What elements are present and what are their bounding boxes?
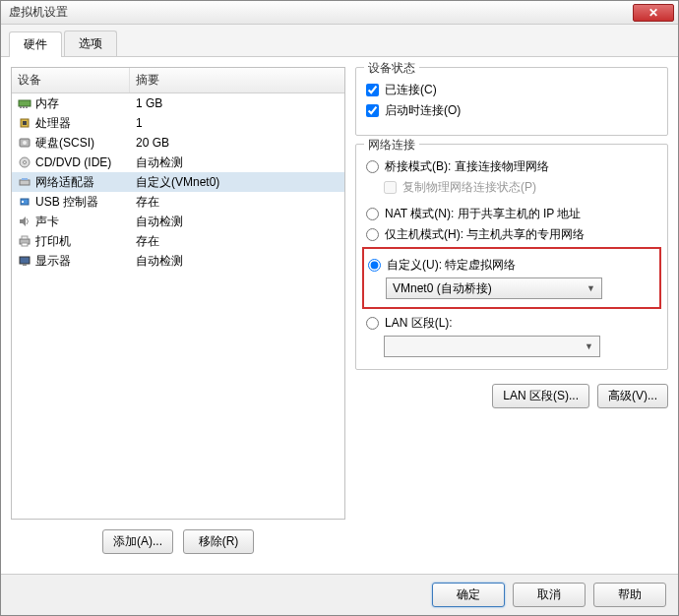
footer: 确定 取消 帮助 — [1, 574, 678, 615]
device-status-title: 设备状态 — [364, 60, 419, 77]
connected-checkbox-row[interactable]: 已连接(C) — [366, 82, 657, 98]
chevron-down-icon: ▼ — [585, 341, 593, 351]
display-icon — [16, 253, 33, 269]
net-icon — [16, 174, 33, 190]
svg-rect-17 — [22, 243, 28, 246]
device-summary: 1 GB — [130, 96, 344, 110]
device-summary: 20 GB — [130, 136, 344, 150]
device-summary: 自动检测 — [130, 253, 344, 270]
svg-rect-2 — [23, 106, 25, 108]
usb-icon — [16, 194, 33, 210]
poweron-checkbox[interactable] — [366, 104, 379, 117]
device-name: 显示器 — [35, 253, 130, 270]
bridged-radio[interactable] — [366, 160, 379, 173]
remove-button[interactable]: 移除(R) — [183, 529, 254, 554]
device-name: 网络适配器 — [35, 174, 130, 191]
device-name: 内存 — [35, 95, 130, 112]
custom-radio-row[interactable]: 自定义(U): 特定虚拟网络 — [368, 257, 653, 274]
left-buttons: 添加(A)... 移除(R) — [11, 520, 345, 564]
close-icon: ✕ — [648, 6, 658, 20]
svg-rect-13 — [22, 201, 24, 203]
network-connection-group: 网络连接 桥接模式(B): 直接连接物理网络 复制物理网络连接状态(P) NAT… — [355, 144, 668, 370]
list-row[interactable]: 显示器自动检测 — [12, 251, 344, 271]
settings-window: 虚拟机设置 ✕ 硬件 选项 设备 摘要 内存1 GB处理器1硬盘(SCSI)20… — [0, 0, 679, 616]
svg-rect-16 — [22, 236, 28, 239]
list-row[interactable]: 网络适配器自定义(VMnet0) — [12, 172, 344, 192]
add-button[interactable]: 添加(A)... — [102, 529, 173, 554]
svg-rect-5 — [23, 121, 27, 125]
device-name: 硬盘(SCSI) — [35, 135, 130, 152]
nat-label: NAT 模式(N): 用于共享主机的 IP 地址 — [385, 206, 581, 222]
device-summary: 存在 — [130, 233, 344, 250]
hostonly-radio[interactable] — [366, 228, 379, 241]
list-row[interactable]: 打印机存在 — [12, 231, 344, 251]
list-row[interactable]: CD/DVD (IDE)自动检测 — [12, 153, 344, 172]
tabs: 硬件 选项 — [1, 25, 678, 57]
list-row[interactable]: USB 控制器存在 — [12, 192, 344, 212]
device-name: USB 控制器 — [35, 194, 130, 211]
window-title: 虚拟机设置 — [5, 4, 633, 21]
hostonly-label: 仅主机模式(H): 与主机共享的专用网络 — [385, 226, 585, 243]
cd-icon — [16, 154, 33, 170]
device-status-group: 设备状态 已连接(C) 启动时连接(O) — [355, 67, 668, 136]
tab-hardware[interactable]: 硬件 — [9, 31, 62, 57]
svg-rect-11 — [22, 178, 28, 180]
printer-icon — [16, 233, 33, 249]
list-body: 内存1 GB处理器1硬盘(SCSI)20 GBCD/DVD (IDE)自动检测网… — [12, 93, 344, 271]
device-summary: 存在 — [130, 194, 344, 211]
device-name: 处理器 — [35, 115, 130, 132]
list-row[interactable]: 硬盘(SCSI)20 GB — [12, 133, 344, 153]
nat-radio[interactable] — [366, 208, 379, 220]
lan-radio-row[interactable]: LAN 区段(L): — [366, 315, 657, 332]
hostonly-radio-row[interactable]: 仅主机模式(H): 与主机共享的专用网络 — [366, 226, 657, 243]
advanced-button[interactable]: 高级(V)... — [597, 384, 668, 408]
tab-options[interactable]: 选项 — [64, 31, 117, 56]
device-name: 声卡 — [35, 214, 130, 230]
ok-button[interactable]: 确定 — [432, 583, 505, 607]
list-row[interactable]: 处理器1 — [12, 113, 344, 133]
network-connection-title: 网络连接 — [364, 137, 419, 154]
replicate-checkbox-row: 复制物理网络连接状态(P) — [384, 179, 657, 196]
svg-point-9 — [24, 161, 27, 164]
svg-rect-18 — [20, 257, 30, 264]
svg-point-7 — [23, 141, 27, 145]
cpu-icon — [16, 115, 33, 131]
device-summary: 自定义(VMnet0) — [130, 174, 344, 191]
replicate-label: 复制物理网络连接状态(P) — [402, 179, 536, 196]
right-buttons: LAN 区段(S)... 高级(V)... — [355, 378, 668, 408]
content: 设备 摘要 内存1 GB处理器1硬盘(SCSI)20 GBCD/DVD (IDE… — [1, 57, 678, 574]
lan-segment-dropdown: ▼ — [384, 336, 600, 357]
list-row[interactable]: 内存1 GB — [12, 93, 344, 113]
left-panel: 设备 摘要 内存1 GB处理器1硬盘(SCSI)20 GBCD/DVD (IDE… — [11, 67, 345, 564]
bridged-radio-row[interactable]: 桥接模式(B): 直接连接物理网络 — [366, 158, 657, 175]
custom-network-value: VMnet0 (自动桥接) — [393, 280, 492, 297]
connected-checkbox[interactable] — [366, 84, 379, 96]
svg-rect-10 — [20, 180, 30, 185]
list-row[interactable]: 声卡自动检测 — [12, 212, 344, 231]
custom-radio[interactable] — [368, 259, 381, 272]
device-list: 设备 摘要 内存1 GB处理器1硬盘(SCSI)20 GBCD/DVD (IDE… — [11, 67, 345, 520]
device-summary: 自动检测 — [130, 154, 344, 171]
titlebar: 虚拟机设置 ✕ — [1, 1, 678, 25]
chevron-down-icon: ▼ — [586, 283, 595, 293]
disk-icon — [16, 135, 33, 151]
close-button[interactable]: ✕ — [633, 4, 674, 22]
help-button[interactable]: 帮助 — [593, 583, 666, 607]
device-name: CD/DVD (IDE) — [35, 155, 130, 169]
replicate-checkbox — [384, 181, 397, 194]
bridged-label: 桥接模式(B): 直接连接物理网络 — [385, 158, 549, 175]
lan-segments-button[interactable]: LAN 区段(S)... — [492, 384, 589, 408]
poweron-label: 启动时连接(O) — [385, 102, 461, 119]
lan-radio[interactable] — [366, 317, 379, 330]
lan-label: LAN 区段(L): — [385, 315, 453, 332]
custom-label: 自定义(U): 特定虚拟网络 — [387, 257, 516, 274]
svg-rect-19 — [23, 264, 27, 266]
cancel-button[interactable]: 取消 — [513, 583, 586, 607]
sound-icon — [16, 214, 33, 229]
svg-rect-1 — [20, 106, 22, 108]
custom-network-dropdown[interactable]: VMnet0 (自动桥接) ▼ — [386, 277, 602, 299]
device-summary: 自动检测 — [130, 214, 344, 230]
nat-radio-row[interactable]: NAT 模式(N): 用于共享主机的 IP 地址 — [366, 206, 657, 222]
svg-rect-0 — [19, 100, 31, 106]
poweron-checkbox-row[interactable]: 启动时连接(O) — [366, 102, 657, 119]
